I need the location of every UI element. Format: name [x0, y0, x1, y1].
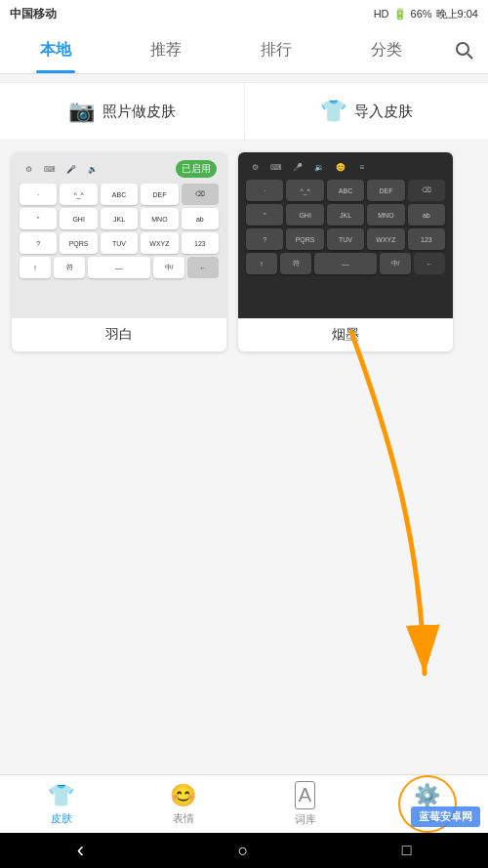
- kb-settings-icon: ⚙: [21, 162, 35, 176]
- d-key-mno: MNO: [367, 204, 404, 226]
- d-key-tuv: TUV: [327, 228, 364, 250]
- carrier-label: 中国移动: [10, 6, 57, 22]
- time-label: 晚上9:04: [436, 7, 478, 21]
- d-key-fu: 符: [280, 253, 311, 274]
- search-icon: [455, 41, 474, 61]
- dict-nav-icon: A: [295, 781, 315, 809]
- key-row-2: " GHI JKL MNO ab: [18, 208, 221, 229]
- dark-key-row-4: ! 符 — 中/ ←: [244, 253, 447, 274]
- key-pqrs: PQRS: [60, 232, 97, 254]
- d-key-quote: ": [246, 204, 283, 226]
- import-skin-label: 导入皮肤: [354, 103, 413, 121]
- kb-keyboard-icon-d: ⌨: [269, 160, 283, 174]
- d-key-enter: ←: [414, 253, 445, 274]
- kb-sound-icon: 🔉: [86, 162, 100, 176]
- key-ab: ab: [182, 208, 219, 229]
- import-skin-button[interactable]: 👕 导入皮肤: [245, 83, 489, 140]
- key-enter: ←: [187, 257, 219, 278]
- search-button[interactable]: [441, 27, 488, 73]
- key-fu: 符: [54, 257, 85, 278]
- key-row-4: ! 符 — 中/ ←: [18, 257, 221, 278]
- nav-emoji[interactable]: 😊 表情: [122, 775, 244, 833]
- action-row: 📷 照片做皮肤 👕 导入皮肤: [0, 82, 488, 141]
- kb-sound-icon-d: 🔉: [312, 160, 326, 174]
- nav-skin[interactable]: 👕 皮肤: [0, 775, 122, 833]
- key-quote: ": [20, 208, 57, 229]
- status-bar: 中国移动 HD 🔋 66% 晚上9:04: [0, 0, 488, 27]
- status-right: HD 🔋 66% 晚上9:04: [374, 7, 478, 21]
- key-face: ^_^: [60, 184, 97, 205]
- skin-grid: ⚙ ⌨ 🎤 🔉 已启用 · ^_^ ABC DEF ⌫ " GHI JKL: [0, 141, 488, 363]
- battery-percent: 66%: [411, 8, 432, 20]
- skin-label-yanmo: 烟墨: [238, 318, 453, 351]
- key-jkl: JKL: [101, 208, 138, 229]
- keyboard-preview-dark: ⚙ ⌨ 🎤 🔉 😊 ≡ · ^_^ ABC DEF ⌫ " GHI: [238, 152, 453, 318]
- d-key-space: —: [314, 253, 377, 274]
- tab-category[interactable]: 分类: [331, 27, 441, 73]
- key-123: 123: [182, 232, 219, 254]
- camera-icon: 📷: [68, 99, 95, 124]
- d-key-del: ⌫: [408, 180, 445, 201]
- tab-recommend[interactable]: 推荐: [110, 27, 221, 73]
- active-badge: 已启用: [176, 160, 217, 178]
- d-key-pqrs: PQRS: [286, 228, 323, 250]
- d-key-excl: !: [246, 253, 277, 274]
- dark-key-row-2: " GHI JKL MNO ab: [244, 204, 447, 226]
- tab-rank[interactable]: 排行: [221, 27, 331, 73]
- kb-keys-light: · ^_^ ABC DEF ⌫ " GHI JKL MNO ab ? PQRS …: [18, 184, 221, 278]
- key-del: ⌫: [182, 184, 219, 205]
- svg-point-0: [457, 43, 468, 55]
- key-zhong: 中/: [153, 257, 184, 278]
- kb-emoji-icon-d: 😊: [334, 160, 347, 174]
- emoji-nav-label: 表情: [173, 811, 194, 826]
- key-abc: ABC: [101, 184, 138, 205]
- kb-more-icon-d: ≡: [355, 160, 369, 174]
- kb-keys-dark: · ^_^ ABC DEF ⌫ " GHI JKL MNO ab ? PQRS …: [244, 180, 447, 274]
- photo-skin-label: 照片做皮肤: [102, 103, 176, 121]
- key-space: —: [88, 257, 150, 278]
- recent-button[interactable]: □: [402, 842, 412, 859]
- nav-dict[interactable]: A 词库: [244, 775, 366, 833]
- d-key-123: 123: [408, 228, 445, 250]
- hd-label: HD: [374, 8, 389, 20]
- d-key-abc: ABC: [327, 180, 364, 201]
- photo-skin-button[interactable]: 📷 照片做皮肤: [0, 83, 245, 140]
- home-button[interactable]: ○: [237, 841, 248, 861]
- d-key-ab: ab: [408, 204, 445, 226]
- key-ghi: GHI: [60, 208, 97, 229]
- kb-settings-icon-d: ⚙: [248, 160, 262, 174]
- d-key-def: DEF: [367, 180, 404, 201]
- svg-line-1: [468, 54, 472, 59]
- kb-toolbar-light: ⚙ ⌨ 🎤 🔉 已启用: [18, 158, 221, 180]
- android-nav-bar: ‹ ○ □: [0, 833, 488, 868]
- d-key-zhong: 中/: [380, 253, 411, 274]
- key-tuv: TUV: [101, 232, 138, 254]
- dark-key-row-3: ? PQRS TUV WXYZ 123: [244, 228, 447, 250]
- kb-mic-icon: 🎤: [64, 162, 78, 176]
- tab-local[interactable]: 本地: [0, 27, 110, 73]
- key-dot: ·: [20, 184, 57, 205]
- back-button[interactable]: ‹: [77, 838, 84, 863]
- settings-nav-icon: ⚙️: [414, 783, 440, 808]
- key-row-3: ? PQRS TUV WXYZ 123: [18, 232, 221, 254]
- key-wxyz: WXYZ: [141, 232, 178, 254]
- skin-card-yanmo[interactable]: ⚙ ⌨ 🎤 🔉 😊 ≡ · ^_^ ABC DEF ⌫ " GHI: [238, 152, 453, 351]
- keyboard-preview-light: ⚙ ⌨ 🎤 🔉 已启用 · ^_^ ABC DEF ⌫ " GHI JKL: [12, 152, 226, 318]
- key-q: ?: [20, 232, 57, 254]
- skin-nav-icon: 👕: [48, 783, 74, 808]
- kb-toolbar-dark: ⚙ ⌨ 🎤 🔉 😊 ≡: [244, 158, 447, 176]
- kb-mic-icon-d: 🎤: [291, 160, 305, 174]
- dict-nav-label: 词库: [295, 812, 316, 827]
- d-key-q: ?: [246, 228, 283, 250]
- dark-key-row-1: · ^_^ ABC DEF ⌫: [244, 180, 447, 201]
- skin-nav-label: 皮肤: [51, 811, 72, 826]
- skin-label-yubai: 羽白: [12, 318, 226, 351]
- tshirt-icon: 👕: [320, 99, 346, 124]
- d-key-dot: ·: [246, 180, 283, 201]
- d-key-wxyz: WXYZ: [367, 228, 404, 250]
- skin-card-yubai[interactable]: ⚙ ⌨ 🎤 🔉 已启用 · ^_^ ABC DEF ⌫ " GHI JKL: [12, 152, 226, 351]
- watermark: 蓝莓安卓网: [411, 806, 480, 827]
- top-nav: 本地 推荐 排行 分类: [0, 27, 488, 74]
- key-def: DEF: [141, 184, 178, 205]
- key-excl: !: [20, 257, 51, 278]
